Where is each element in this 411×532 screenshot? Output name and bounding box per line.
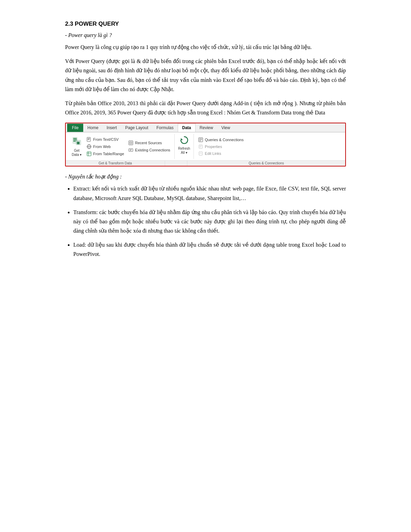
get-data-label: GetData ▾	[72, 149, 82, 157]
paragraph-1: Power Query là công cụ giúp tạo ra 1 quy…	[65, 42, 346, 52]
operating-principle-heading: - Nguyên tắc hoạt động :	[65, 173, 346, 180]
queries-connections-button[interactable]: Queries & Connections	[197, 136, 245, 143]
get-data-group: ▦ GetData ▾ From Text/CSV	[66, 134, 175, 159]
ribbon-body: ▦ GetData ▾ From Text/CSV	[66, 132, 345, 160]
ribbon-group-labels-row: Get & Transform Data Queries & Connectio…	[66, 160, 345, 166]
properties-label: Properties	[205, 145, 222, 149]
properties-button[interactable]: Properties	[197, 143, 245, 150]
from-web-icon	[86, 144, 92, 149]
svg-rect-6	[87, 137, 90, 141]
queries-connections-label: Queries & Connections	[205, 138, 244, 142]
from-buttons-group: From Text/CSV From Web From Table/Range	[85, 135, 125, 158]
get-data-icon: ▦	[71, 136, 82, 148]
svg-text:▦: ▦	[77, 141, 80, 145]
queries-connections-label-bottom: Queries & Connections	[187, 161, 345, 166]
section-heading: 2.3 POWER QUERY	[65, 21, 346, 27]
existing-connections-button[interactable]: Existing Connections	[127, 147, 172, 153]
tab-insert[interactable]: Insert	[102, 124, 121, 132]
paragraph-3: Từ phiên bản Office 2010, 2013 thì phải …	[65, 99, 346, 117]
tab-file[interactable]: File	[67, 124, 83, 132]
paragraph-2: Với Power Query (được gọi là & dữ liệu b…	[65, 57, 346, 94]
tab-formulas[interactable]: Formulas	[152, 124, 178, 132]
bullet-extract-text: Extract: kết nối và trích xuất dữ liệu t…	[73, 186, 346, 201]
svg-rect-3	[73, 141, 76, 141]
bullet-load: Load: dữ liệu sau khi được chuyển hóa th…	[73, 240, 346, 259]
get-transform-label: Get & Transform Data	[66, 161, 165, 166]
existing-connections-icon	[128, 147, 134, 153]
get-data-button[interactable]: ▦ GetData ▾	[68, 135, 85, 158]
svg-rect-26	[199, 145, 202, 148]
from-web-label: From Web	[93, 145, 111, 149]
bullet-transform-text: Transform: các bước chuyển hóa dữ liệu n…	[73, 209, 346, 234]
refresh-all-icon	[179, 135, 189, 146]
svg-marker-21	[181, 138, 183, 140]
svg-rect-13	[87, 152, 91, 156]
refresh-group: RefreshAll ▾	[175, 134, 194, 159]
refresh-all-label: RefreshAll ▾	[178, 147, 190, 155]
refresh-label-bottom	[165, 161, 187, 166]
ribbon-screenshot: File Home Insert Page Layout Formulas Da…	[65, 123, 346, 166]
existing-connections-label: Existing Connections	[135, 148, 170, 152]
recent-sources-label: Recent Sources	[135, 141, 162, 145]
from-text-csv-icon	[86, 137, 92, 142]
svg-rect-18	[129, 149, 133, 151]
recent-sources-icon	[128, 140, 134, 146]
edit-links-button[interactable]: Edit Links	[197, 150, 245, 157]
tab-review[interactable]: Review	[196, 124, 217, 132]
tab-home[interactable]: Home	[83, 124, 102, 132]
svg-rect-29	[199, 152, 202, 155]
subheading: - Power query là gì ?	[65, 32, 346, 38]
svg-rect-1	[73, 138, 77, 139]
from-table-range-icon	[86, 151, 92, 157]
recent-existing-group: Recent Sources Existing Connections	[127, 135, 172, 158]
bullet-transform: Transform: các bước chuyển hóa dữ liệu n…	[73, 208, 346, 236]
tab-page-layout[interactable]: Page Layout	[121, 124, 152, 132]
from-text-csv-button[interactable]: From Text/CSV	[85, 136, 125, 143]
recent-sources-button[interactable]: Recent Sources	[127, 139, 172, 146]
from-text-csv-label: From Text/CSV	[93, 137, 119, 141]
bullet-load-text: Load: dữ liệu sau khi được chuyển hóa th…	[73, 242, 346, 257]
edit-links-label: Edit Links	[205, 151, 221, 156]
page-container: 2.3 POWER QUERY - Power query là gì ? Po…	[65, 21, 346, 264]
bullet-list: Extract: kết nối và trích xuất dữ liệu t…	[73, 184, 346, 259]
from-table-range-button[interactable]: From Table/Range	[85, 150, 125, 157]
ribbon-tabs-row: File Home Insert Page Layout Formulas Da…	[66, 123, 345, 132]
refresh-all-button[interactable]: RefreshAll ▾	[178, 135, 190, 155]
edit-links-icon	[198, 151, 203, 156]
queries-connections-icon	[198, 137, 203, 143]
from-web-button[interactable]: From Web	[85, 143, 125, 150]
tab-data[interactable]: Data	[178, 123, 196, 132]
queries-connections-group: Queries & Connections Properties Edit Li…	[194, 134, 248, 159]
from-table-range-label: From Table/Range	[93, 152, 124, 156]
properties-icon	[198, 144, 203, 149]
bullet-extract: Extract: kết nối và trích xuất dữ liệu t…	[73, 184, 346, 202]
tab-view[interactable]: View	[217, 124, 234, 132]
